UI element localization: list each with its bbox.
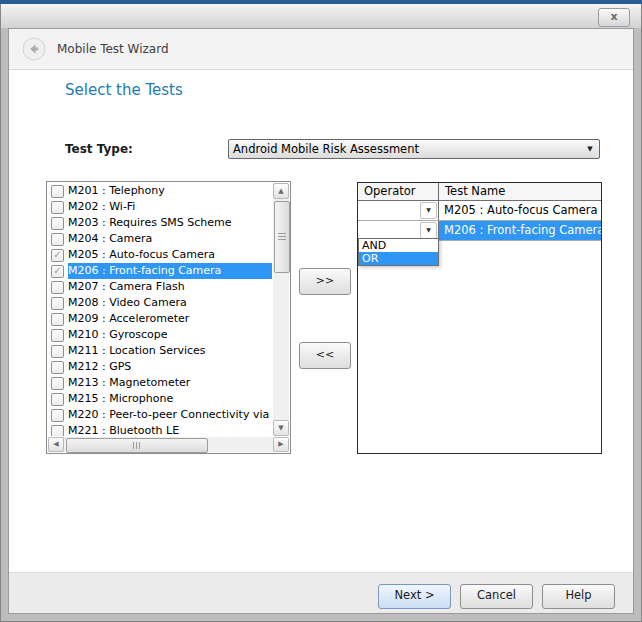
list-item-label: M211 : Location Services	[68, 343, 272, 359]
list-item-label: M215 : Microphone	[68, 391, 272, 407]
list-item[interactable]: M213 : Magnetometer	[48, 375, 272, 391]
checkbox-checked-icon[interactable]: ✓	[51, 249, 64, 262]
vertical-scrollbar[interactable]: ▲ ▼	[273, 183, 289, 436]
vertical-scrollbar-thumb[interactable]	[274, 201, 290, 273]
list-item-label: M206 : Front-facing Camera	[68, 263, 272, 279]
checkbox-icon[interactable]	[51, 409, 64, 422]
checkbox-icon[interactable]	[51, 377, 64, 390]
available-tests-rows: M201 : TelephonyM202 : Wi-FiM203 : Requi…	[48, 183, 272, 436]
list-item-label: M213 : Magnetometer	[68, 375, 272, 391]
list-item[interactable]: M210 : Gyroscope	[48, 327, 272, 343]
checkbox-icon[interactable]	[51, 329, 64, 342]
operator-column-header: Operator	[358, 183, 439, 200]
test-type-select[interactable]: Android Mobile Risk Assessment ▼	[228, 139, 600, 159]
checkbox-icon[interactable]	[51, 233, 64, 246]
test-name-cell: M205 : Auto-focus Camera	[439, 201, 601, 220]
list-item[interactable]: M212 : GPS	[48, 359, 272, 375]
help-button[interactable]: Help	[542, 584, 615, 609]
list-item-label: M209 : Accelerometer	[68, 311, 272, 327]
list-item-label: M201 : Telephony	[68, 183, 272, 199]
chevron-down-icon[interactable]: ▼	[420, 202, 437, 219]
checkbox-icon[interactable]	[51, 281, 64, 294]
horizontal-scrollbar[interactable]: ◀ ▶	[48, 437, 289, 452]
window-titlebar[interactable]: x	[1, 4, 641, 28]
next-button[interactable]: Next >	[378, 584, 451, 609]
list-item[interactable]: M201 : Telephony	[48, 183, 272, 199]
checkbox-checked-icon[interactable]: ✓	[51, 265, 64, 278]
dialog-header: Mobile Test Wizard	[9, 29, 633, 70]
operator-cell[interactable]: ▼	[358, 201, 439, 220]
list-item-label: M202 : Wi-Fi	[68, 199, 272, 215]
list-item-label: M212 : GPS	[68, 359, 272, 375]
back-arrow-icon[interactable]	[22, 37, 46, 61]
list-item-label: M220 : Peer-to-peer Connectivity via Blu…	[68, 407, 272, 423]
checkbox-icon[interactable]	[51, 313, 64, 326]
list-item-label: M203 : Requires SMS Scheme	[68, 215, 272, 231]
wizard-window: x Mobile Test Wizard Select the Tests Te…	[0, 0, 642, 622]
table-body: ▼M205 : Auto-focus Camera▼M206 : Front-f…	[358, 201, 601, 241]
checkbox-icon[interactable]	[51, 201, 64, 214]
list-item[interactable]: M202 : Wi-Fi	[48, 199, 272, 215]
scroll-right-icon[interactable]: ▶	[273, 437, 289, 452]
list-item[interactable]: M209 : Accelerometer	[48, 311, 272, 327]
mobile-test-wizard-dialog: Mobile Test Wizard Select the Tests Test…	[8, 28, 634, 614]
list-item[interactable]: M204 : Camera	[48, 231, 272, 247]
list-item[interactable]: M208 : Video Camera	[48, 295, 272, 311]
cancel-button[interactable]: Cancel	[460, 584, 533, 609]
operator-dropdown-popup: ANDOR	[358, 238, 439, 266]
list-item[interactable]: M211 : Location Services	[48, 343, 272, 359]
close-icon[interactable]: x	[598, 8, 630, 27]
list-item[interactable]: M207 : Camera Flash	[48, 279, 272, 295]
list-item[interactable]: M220 : Peer-to-peer Connectivity via Blu…	[48, 407, 272, 423]
dialog-footer: Next > Cancel Help	[9, 572, 633, 613]
checkbox-icon[interactable]	[51, 361, 64, 374]
table-header: Operator Test Name	[358, 183, 601, 201]
table-row[interactable]: ▼M205 : Auto-focus Camera	[358, 201, 601, 221]
list-item[interactable]: M221 : Bluetooth LE	[48, 423, 272, 436]
checkbox-icon[interactable]	[51, 217, 64, 230]
horizontal-scrollbar-thumb[interactable]	[66, 438, 208, 453]
scroll-down-icon[interactable]: ▼	[273, 420, 289, 436]
selected-tests-table: Operator Test Name ▼M205 : Auto-focus Ca…	[357, 182, 602, 454]
test-type-label: Test Type:	[65, 142, 133, 156]
remove-tests-button[interactable]: <<	[299, 342, 351, 369]
test-name-cell: M206 : Front-facing Camera	[439, 221, 601, 240]
test-type-value: Android Mobile Risk Assessment	[229, 142, 581, 156]
step-heading: Select the Tests	[65, 81, 183, 99]
checkbox-icon[interactable]	[51, 345, 64, 358]
checkbox-icon[interactable]	[51, 425, 64, 437]
page-title: Mobile Test Wizard	[57, 42, 169, 56]
scroll-left-icon[interactable]: ◀	[48, 437, 64, 452]
list-item[interactable]: ✓M206 : Front-facing Camera	[48, 263, 272, 279]
list-item[interactable]: ✓M205 : Auto-focus Camera	[48, 247, 272, 263]
list-item[interactable]: M203 : Requires SMS Scheme	[48, 215, 272, 231]
test-name-column-header: Test Name	[439, 183, 601, 200]
chevron-down-icon[interactable]: ▼	[420, 222, 437, 239]
checkbox-icon[interactable]	[51, 297, 64, 310]
list-item-label: M210 : Gyroscope	[68, 327, 272, 343]
list-item-label: M208 : Video Camera	[68, 295, 272, 311]
checkbox-icon[interactable]	[51, 185, 64, 198]
list-item-label: M221 : Bluetooth LE	[68, 423, 272, 436]
scroll-up-icon[interactable]: ▲	[273, 183, 289, 199]
operator-option[interactable]: AND	[359, 239, 438, 252]
add-tests-button[interactable]: >>	[299, 268, 351, 295]
list-item[interactable]: M215 : Microphone	[48, 391, 272, 407]
available-tests-list: M201 : TelephonyM202 : Wi-FiM203 : Requi…	[46, 181, 291, 454]
checkbox-icon[interactable]	[51, 393, 64, 406]
list-item-label: M204 : Camera	[68, 231, 272, 247]
list-item-label: M205 : Auto-focus Camera	[68, 247, 272, 263]
list-item-label: M207 : Camera Flash	[68, 279, 272, 295]
operator-option[interactable]: OR	[359, 252, 438, 265]
chevron-down-icon: ▼	[581, 145, 599, 153]
